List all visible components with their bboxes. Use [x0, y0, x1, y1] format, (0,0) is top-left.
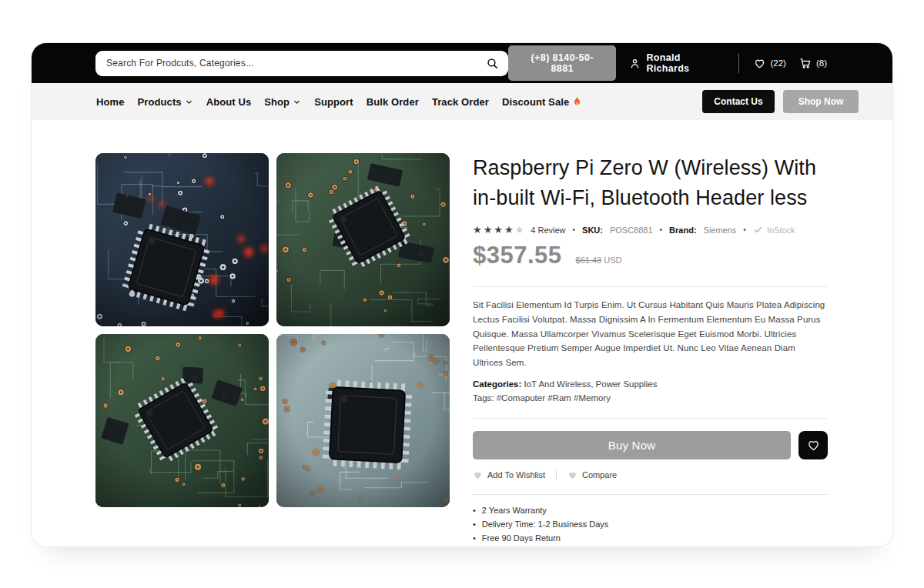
cart-header-button[interactable]: (8) — [799, 57, 827, 69]
stock-status-text: InStock — [767, 226, 795, 235]
sku-value: POSC8881 — [610, 226, 653, 235]
phone-number-button[interactable]: (+8) 8140-50-8881 — [508, 45, 617, 81]
old-price-currency: USD — [604, 256, 621, 265]
nav-item-label: Support — [314, 96, 353, 108]
tags-row: Tags: #Comaputer #Ram #Memory — [473, 393, 828, 403]
chevron-down-icon — [293, 98, 301, 106]
nav-item-home[interactable]: Home — [96, 96, 125, 108]
nav-buttons: Contact Us Shop Now — [702, 90, 859, 113]
feature-text: Delivery Time: 1-2 Business Days — [482, 518, 608, 532]
wishlist-square-button[interactable] — [798, 431, 828, 459]
heart-icon — [754, 58, 765, 69]
product-image-circuit-red-glow[interactable] — [95, 153, 269, 326]
checkmark-icon — [753, 225, 763, 235]
top-header-right: (+8) 8140-50-8881 Ronald Richards (22) — [508, 45, 827, 81]
feature-text: 2 Years Warranty — [482, 504, 547, 518]
wishlist-count: (22) — [770, 58, 785, 68]
feature-text: Free 90 Days Return — [482, 532, 561, 546]
nav-item-label: Track Order — [432, 96, 489, 108]
nav-item-support[interactable]: Support — [314, 96, 353, 108]
add-to-wishlist-label: Add To Wishlist — [487, 470, 545, 479]
nav-item-label: Discount Sale — [502, 96, 569, 108]
actions-divider — [556, 469, 557, 480]
header-divider — [738, 53, 739, 73]
product-meta-row: ★★★★★ 4 Review • SKU: POSC8881 • Brand: … — [473, 225, 828, 235]
secondary-actions: Add To Wishlist Compare — [473, 469, 828, 480]
fire-icon — [572, 96, 582, 108]
bullet: • — [473, 532, 476, 546]
nav-item-shop[interactable]: Shop — [264, 96, 301, 108]
compare-label: Compare — [582, 470, 617, 479]
search-input[interactable] — [106, 58, 486, 68]
search-icon[interactable] — [486, 57, 499, 70]
product-image-circuit-green-chip[interactable] — [95, 334, 269, 507]
stock-status-badge: InStock — [753, 225, 795, 235]
star-filled-icon: ★ — [494, 225, 503, 235]
old-price: $61.43 USD — [576, 256, 622, 265]
feature-item: •2 Years Warranty — [473, 504, 828, 518]
contact-us-button[interactable]: Contact Us — [702, 90, 775, 113]
nav-item-products[interactable]: Products — [138, 96, 193, 108]
buy-now-button[interactable]: Buy Now — [473, 431, 791, 459]
nav-item-label: Bulk Order — [367, 96, 419, 108]
meta-separator: • — [660, 226, 663, 234]
review-count-link[interactable]: 4 Review — [531, 226, 565, 235]
heart-outline-icon — [807, 439, 820, 452]
feature-item: •Free 90 Days Return — [473, 532, 828, 546]
wishlist-header-button[interactable]: (22) — [754, 58, 785, 69]
nav-item-label: About Us — [206, 96, 252, 108]
product-page-content: Raspberry Pi Zero W (Wireless) With in-b… — [32, 120, 892, 545]
current-price: $357.55 — [473, 242, 562, 269]
section-divider — [473, 286, 828, 287]
bullet: • — [473, 504, 476, 518]
shop-now-button[interactable]: Shop Now — [783, 90, 859, 113]
product-description: Sit Facilisi Elementum Id Turpis Enim. U… — [473, 298, 828, 369]
product-details: Raspberry Pi Zero W (Wireless) With in-b… — [473, 153, 828, 545]
search-box[interactable] — [95, 51, 508, 76]
star-filled-icon: ★ — [504, 225, 514, 235]
categories-row: Categories: IoT And Wireless, Power Supp… — [473, 379, 828, 389]
purchase-actions: Buy Now — [473, 431, 828, 459]
product-title: Raspberry Pi Zero W (Wireless) With in-b… — [473, 153, 828, 213]
brand-label: Brand: — [669, 226, 696, 235]
brand-value: Siemens — [704, 226, 737, 235]
nav-item-bulk-order[interactable]: Bulk Order — [367, 96, 419, 108]
nav-item-track-order[interactable]: Track Order — [432, 96, 489, 108]
main-navbar: HomeProductsAbout UsShopSupportBulk Orde… — [32, 83, 892, 120]
product-image-circuit-gray-chip[interactable] — [276, 334, 450, 507]
categories-label: Categories: — [473, 379, 521, 389]
compare-button[interactable]: Compare — [567, 470, 617, 480]
nav-item-about-us[interactable]: About Us — [206, 96, 252, 108]
account-menu[interactable]: Ronald Richards — [629, 52, 722, 74]
user-name: Ronald Richards — [646, 52, 722, 74]
rating-stars[interactable]: ★★★★★ — [473, 225, 524, 235]
section-divider — [473, 418, 828, 419]
section-divider — [473, 494, 828, 495]
old-price-amount: $61.43 — [576, 256, 602, 265]
cart-count: (8) — [816, 58, 827, 68]
product-image-gallery — [95, 153, 450, 545]
product-image-circuit-green-top[interactable] — [276, 153, 450, 326]
nav-items: HomeProductsAbout UsShopSupportBulk Orde… — [96, 96, 582, 108]
nav-item-label: Shop — [264, 96, 290, 108]
price-row: $357.55 $61.43 USD — [473, 242, 828, 269]
heart-filled-icon — [473, 470, 483, 480]
star-filled-icon: ★ — [484, 225, 493, 235]
storefront-page-card: (+8) 8140-50-8881 Ronald Richards (22) — [31, 42, 893, 547]
cart-icon — [799, 57, 812, 69]
add-to-wishlist-button[interactable]: Add To Wishlist — [473, 470, 545, 480]
categories-value[interactable]: IoT And Wireless, Power Supplies — [524, 379, 657, 389]
meta-separator: • — [573, 226, 576, 234]
nav-item-discount-sale[interactable]: Discount Sale — [502, 96, 582, 108]
tags-value[interactable]: #Comaputer #Ram #Memory — [497, 393, 611, 403]
feature-list: •2 Years Warranty•Delivery Time: 1-2 Bus… — [473, 504, 828, 545]
sku-label: SKU: — [582, 226, 603, 235]
meta-separator: • — [743, 226, 746, 234]
star-filled-icon: ★ — [473, 225, 482, 235]
top-header-bar: (+8) 8140-50-8881 Ronald Richards (22) — [32, 43, 892, 83]
user-icon — [629, 58, 641, 69]
heart-filled-icon — [567, 470, 578, 480]
nav-item-label: Products — [138, 96, 182, 108]
chevron-down-icon — [185, 98, 193, 106]
bullet: • — [473, 518, 476, 532]
